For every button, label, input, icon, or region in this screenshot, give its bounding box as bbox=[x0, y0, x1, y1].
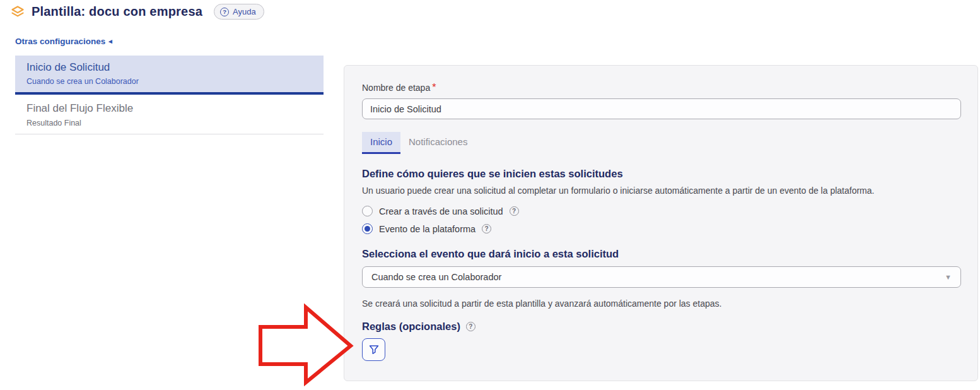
stage-subtitle: Resultado Final bbox=[26, 119, 312, 127]
collapse-triangle-icon: ◂ bbox=[108, 37, 112, 45]
panel-tabs: Inicio Notificaciones bbox=[362, 132, 960, 154]
radio-unchecked-icon[interactable] bbox=[362, 206, 373, 216]
question-circle-icon: ? bbox=[220, 8, 229, 16]
stage-title: Final del Flujo Flexible bbox=[26, 102, 312, 115]
stage-config-panel: Nombre de etapa* Inicio Notificaciones D… bbox=[344, 65, 978, 381]
radio-option-evento-plataforma[interactable]: Evento de la plataforma ? bbox=[362, 223, 960, 234]
stage-item-final-del-flujo[interactable]: Final del Flujo Flexible Resultado Final bbox=[15, 95, 324, 134]
radio-option-label: Crear a través de una solicitud bbox=[379, 206, 503, 216]
help-button[interactable]: ? Ayuda bbox=[214, 4, 264, 20]
stage-subtitle: Cuando se crea un Colaborador bbox=[26, 77, 312, 86]
other-configurations-label: Otras configuraciones bbox=[15, 37, 105, 46]
tab-inicio[interactable]: Inicio bbox=[362, 132, 400, 154]
start-mode-radio-group: Crear a través de una solicitud ? Evento… bbox=[362, 206, 960, 234]
radio-checked-icon[interactable] bbox=[362, 223, 373, 234]
rules-heading-row: Reglas (opcionales) ? bbox=[362, 321, 960, 333]
start-section-heading: Define cómo quieres que se inicien estas… bbox=[362, 168, 960, 180]
event-section-heading: Selecciona el evento que dará inicio a e… bbox=[362, 248, 960, 260]
question-circle-icon[interactable]: ? bbox=[466, 322, 475, 331]
event-select[interactable]: Cuando se crea un Colaborador ▼ bbox=[362, 266, 961, 288]
filter-funnel-icon bbox=[369, 345, 379, 355]
stage-item-inicio-de-solicitud[interactable]: Inicio de Solicitud Cuando se crea un Co… bbox=[15, 56, 324, 95]
stage-name-label: Nombre de etapa bbox=[362, 83, 430, 93]
start-section-description: Un usuario puede crear una solicitud al … bbox=[362, 186, 960, 196]
question-circle-icon[interactable]: ? bbox=[510, 206, 519, 216]
radio-option-label: Evento de la plataforma bbox=[379, 224, 475, 234]
radio-option-crear-solicitud[interactable]: Crear a través de una solicitud ? bbox=[362, 206, 960, 216]
add-rule-filter-button[interactable] bbox=[362, 338, 385, 361]
page-header: Plantilla: docu con empresa ? Ayuda bbox=[10, 4, 264, 20]
event-select-value: Cuando se crea un Colaborador bbox=[371, 272, 501, 282]
stage-list: Inicio de Solicitud Cuando se crea un Co… bbox=[15, 56, 324, 134]
required-asterisk: * bbox=[432, 82, 436, 93]
layers-icon bbox=[10, 4, 25, 20]
event-helper-text: Se creará una solicitud a partir de esta… bbox=[362, 298, 960, 309]
stage-name-label-row: Nombre de etapa* bbox=[362, 82, 960, 93]
annotation-arrow-right bbox=[256, 303, 354, 390]
other-configurations-link[interactable]: Otras configuraciones ◂ bbox=[15, 37, 112, 46]
stage-title: Inicio de Solicitud bbox=[26, 61, 312, 74]
question-circle-icon[interactable]: ? bbox=[482, 224, 491, 233]
page-title: Plantilla: docu con empresa bbox=[32, 4, 202, 19]
stage-name-input[interactable] bbox=[362, 98, 961, 119]
help-button-label: Ayuda bbox=[233, 7, 256, 16]
chevron-down-icon: ▼ bbox=[945, 273, 952, 281]
tab-notificaciones[interactable]: Notificaciones bbox=[400, 132, 475, 154]
rules-heading: Reglas (opcionales) bbox=[362, 321, 460, 333]
